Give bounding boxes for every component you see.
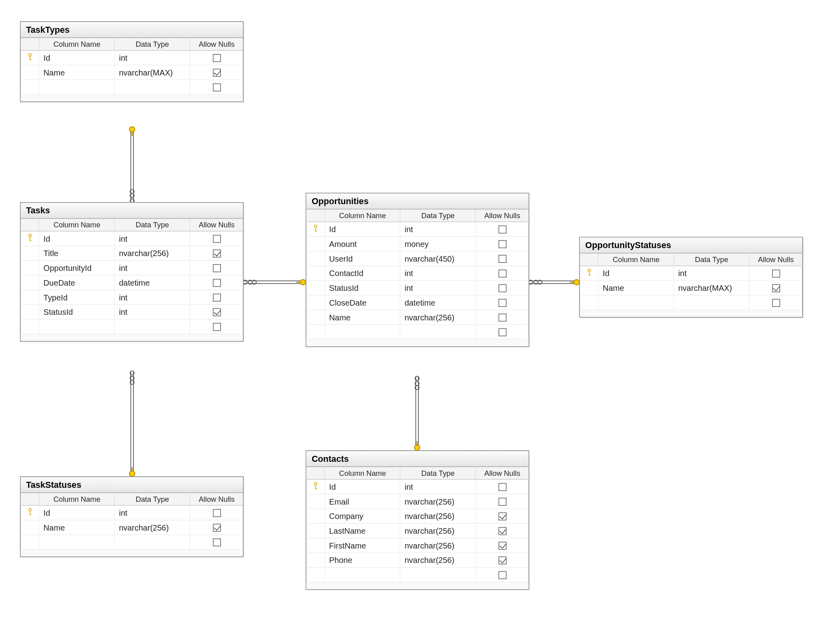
column-name[interactable]: ContactId [325,266,400,280]
column-name[interactable]: CloseDate [325,295,400,310]
dbtable-title[interactable]: OpportunityStatuses [580,238,802,254]
allow-nulls-checkbox[interactable] [498,314,506,322]
column-row[interactable]: StatusIdint [307,280,529,295]
allow-nulls-checkbox[interactable] [498,527,506,535]
column-type[interactable]: nvarchar(256) [400,509,476,523]
column-name[interactable]: Name [39,65,115,80]
allow-nulls-checkbox[interactable] [213,539,221,547]
column-type[interactable]: int [674,266,749,280]
column-row[interactable]: Idint [307,479,529,494]
column-name[interactable]: Company [325,509,400,523]
allow-nulls-checkbox[interactable] [498,513,506,521]
allow-nulls-checkbox[interactable] [498,255,506,263]
allow-nulls-checkbox[interactable] [772,270,780,278]
allow-nulls-checkbox[interactable] [772,299,780,307]
column-row[interactable]: Namenvarchar(MAX) [580,280,802,295]
column-type[interactable]: nvarchar(256) [115,520,190,535]
allow-nulls-checkbox[interactable] [498,557,506,564]
column-row[interactable]: Amountmoney [307,237,529,251]
column-name[interactable]: FirstName [325,538,400,553]
column-name[interactable]: OpportunityId [39,260,115,275]
column-type[interactable]: int [115,231,190,246]
column-name[interactable]: Id [325,222,400,237]
column-name[interactable]: Id [39,50,115,65]
column-row[interactable]: Idint [21,50,243,65]
column-row[interactable]: Companynvarchar(256) [307,509,529,523]
column-row[interactable]: DueDatedatetime [21,275,243,290]
column-row[interactable]: Namenvarchar(MAX) [21,65,243,80]
allow-nulls-checkbox[interactable] [213,294,221,302]
allow-nulls-checkbox[interactable] [213,524,221,532]
column-type[interactable]: int [115,505,190,520]
column-name[interactable]: Phone [325,553,400,568]
column-row[interactable]: Idint [307,222,529,237]
dbtable-title[interactable]: Opportunities [307,193,529,209]
column-type[interactable]: int [115,260,190,275]
column-type[interactable]: nvarchar(256) [400,553,476,568]
column-type[interactable]: int [400,280,476,295]
column-row[interactable]: Idint [580,266,802,280]
column-row[interactable]: UserIdnvarchar(450) [307,251,529,266]
allow-nulls-checkbox[interactable] [498,299,506,307]
column-name[interactable]: Title [39,246,115,260]
column-row[interactable]: Idint [21,231,243,246]
column-row-empty[interactable] [307,567,529,582]
allow-nulls-checkbox[interactable] [772,284,780,292]
column-name[interactable]: Name [39,520,115,535]
column-type[interactable]: nvarchar(256) [400,310,476,325]
column-name[interactable]: Id [598,266,674,280]
column-name[interactable]: StatusId [325,280,400,295]
column-row-empty[interactable] [307,324,529,339]
dbtable-OpportunityStatuses[interactable]: OpportunityStatusesColumn NameData TypeA… [579,237,803,318]
allow-nulls-checkbox[interactable] [213,69,221,77]
column-name[interactable]: Name [325,310,400,325]
column-type[interactable]: nvarchar(450) [400,251,476,266]
column-name[interactable]: Name [598,280,674,295]
dbtable-title[interactable]: TaskTypes [21,22,243,38]
column-name[interactable]: Amount [325,237,400,251]
column-name[interactable]: LastName [325,523,400,538]
column-row-empty[interactable] [21,535,243,550]
column-type[interactable]: nvarchar(256) [400,494,476,509]
dbtable-title[interactable]: Contacts [307,451,529,467]
dbtable-title[interactable]: TaskStatuses [21,477,243,493]
column-type[interactable]: nvarchar(MAX) [115,65,190,80]
column-row[interactable]: Phonenvarchar(256) [307,553,529,568]
allow-nulls-checkbox[interactable] [213,308,221,316]
dbtable-Opportunities[interactable]: OpportunitiesColumn NameData TypeAllow N… [306,193,529,347]
allow-nulls-checkbox[interactable] [498,498,506,506]
column-type[interactable]: nvarchar(256) [400,523,476,538]
column-type[interactable]: datetime [115,275,190,290]
allow-nulls-checkbox[interactable] [498,483,506,491]
column-name[interactable]: UserId [325,251,400,266]
column-row[interactable]: CloseDatedatetime [307,295,529,310]
column-name[interactable]: TypeId [39,290,115,305]
allow-nulls-checkbox[interactable] [213,83,221,91]
column-type[interactable]: int [400,266,476,280]
column-row[interactable]: FirstNamenvarchar(256) [307,538,529,553]
dbtable-Tasks[interactable]: TasksColumn NameData TypeAllow NullsIdin… [20,202,243,342]
column-row[interactable]: TypeIdint [21,290,243,305]
allow-nulls-checkbox[interactable] [498,284,506,292]
allow-nulls-checkbox[interactable] [213,54,221,62]
column-type[interactable]: datetime [400,295,476,310]
column-type[interactable]: nvarchar(256) [400,538,476,553]
column-row[interactable]: LastNamenvarchar(256) [307,523,529,538]
column-type[interactable]: int [115,304,190,319]
column-row-empty[interactable] [21,319,243,334]
column-name[interactable]: Id [39,505,115,520]
column-row[interactable]: Idint [21,505,243,520]
dbtable-Contacts[interactable]: ContactsColumn NameData TypeAllow NullsI… [306,450,529,590]
allow-nulls-checkbox[interactable] [498,542,506,550]
column-type[interactable]: int [115,50,190,65]
allow-nulls-checkbox[interactable] [213,235,221,243]
column-name[interactable]: DueDate [39,275,115,290]
allow-nulls-checkbox[interactable] [498,571,506,579]
allow-nulls-checkbox[interactable] [498,328,506,336]
column-row-empty[interactable] [21,80,243,95]
column-row[interactable]: ContactIdint [307,266,529,280]
column-name[interactable]: StatusId [39,304,115,319]
allow-nulls-checkbox[interactable] [213,250,221,258]
column-name[interactable]: Email [325,494,400,509]
column-row[interactable]: Namenvarchar(256) [307,310,529,325]
